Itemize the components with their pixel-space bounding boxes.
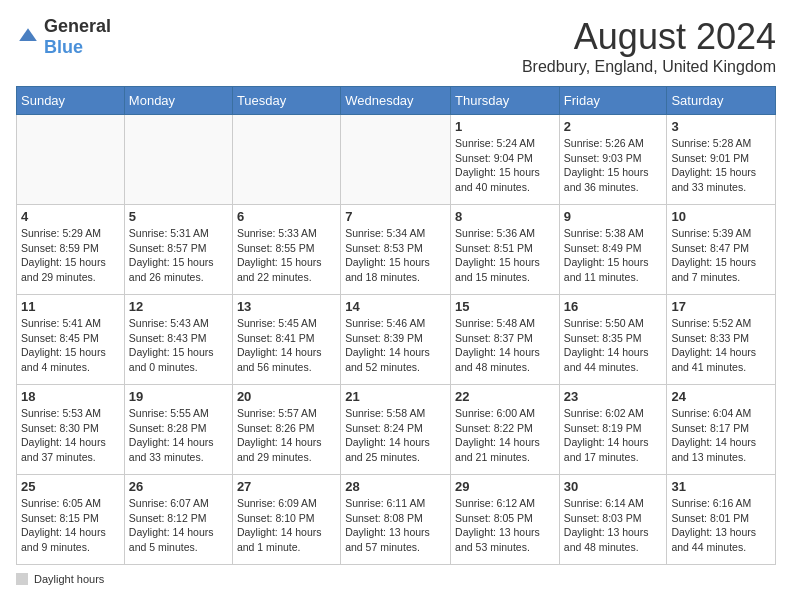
calendar-cell [124, 115, 232, 205]
day-number: 23 [564, 389, 663, 404]
logo-text-general: General [44, 16, 111, 36]
day-number: 31 [671, 479, 771, 494]
day-number: 29 [455, 479, 555, 494]
day-info: Sunrise: 6:11 AM Sunset: 8:08 PM Dayligh… [345, 496, 446, 555]
calendar-cell: 28Sunrise: 6:11 AM Sunset: 8:08 PM Dayli… [341, 475, 451, 565]
calendar-cell: 10Sunrise: 5:39 AM Sunset: 8:47 PM Dayli… [667, 205, 776, 295]
day-number: 24 [671, 389, 771, 404]
calendar-header-cell: Tuesday [232, 87, 340, 115]
calendar-cell: 7Sunrise: 5:34 AM Sunset: 8:53 PM Daylig… [341, 205, 451, 295]
calendar-cell: 13Sunrise: 5:45 AM Sunset: 8:41 PM Dayli… [232, 295, 340, 385]
calendar-cell: 27Sunrise: 6:09 AM Sunset: 8:10 PM Dayli… [232, 475, 340, 565]
calendar-cell: 20Sunrise: 5:57 AM Sunset: 8:26 PM Dayli… [232, 385, 340, 475]
logo-text-blue: Blue [44, 37, 83, 57]
calendar-header-row: SundayMondayTuesdayWednesdayThursdayFrid… [17, 87, 776, 115]
calendar-header-cell: Wednesday [341, 87, 451, 115]
logo-icon [16, 25, 40, 49]
day-info: Sunrise: 5:46 AM Sunset: 8:39 PM Dayligh… [345, 316, 446, 375]
day-number: 9 [564, 209, 663, 224]
calendar-cell: 1Sunrise: 5:24 AM Sunset: 9:04 PM Daylig… [451, 115, 560, 205]
day-number: 15 [455, 299, 555, 314]
calendar-cell: 15Sunrise: 5:48 AM Sunset: 8:37 PM Dayli… [451, 295, 560, 385]
day-info: Sunrise: 6:12 AM Sunset: 8:05 PM Dayligh… [455, 496, 555, 555]
day-info: Sunrise: 5:26 AM Sunset: 9:03 PM Dayligh… [564, 136, 663, 195]
day-info: Sunrise: 6:09 AM Sunset: 8:10 PM Dayligh… [237, 496, 336, 555]
day-info: Sunrise: 5:31 AM Sunset: 8:57 PM Dayligh… [129, 226, 228, 285]
title-area: August 2024 Bredbury, England, United Ki… [522, 16, 776, 76]
day-info: Sunrise: 6:16 AM Sunset: 8:01 PM Dayligh… [671, 496, 771, 555]
day-info: Sunrise: 6:02 AM Sunset: 8:19 PM Dayligh… [564, 406, 663, 465]
calendar-cell: 12Sunrise: 5:43 AM Sunset: 8:43 PM Dayli… [124, 295, 232, 385]
logo: General Blue [16, 16, 111, 58]
day-info: Sunrise: 6:05 AM Sunset: 8:15 PM Dayligh… [21, 496, 120, 555]
calendar-cell: 22Sunrise: 6:00 AM Sunset: 8:22 PM Dayli… [451, 385, 560, 475]
calendar-cell: 31Sunrise: 6:16 AM Sunset: 8:01 PM Dayli… [667, 475, 776, 565]
calendar-cell [17, 115, 125, 205]
daylight-label: Daylight hours [34, 573, 104, 585]
day-number: 16 [564, 299, 663, 314]
day-info: Sunrise: 5:24 AM Sunset: 9:04 PM Dayligh… [455, 136, 555, 195]
calendar-week-row: 4Sunrise: 5:29 AM Sunset: 8:59 PM Daylig… [17, 205, 776, 295]
day-info: Sunrise: 5:39 AM Sunset: 8:47 PM Dayligh… [671, 226, 771, 285]
calendar-cell: 23Sunrise: 6:02 AM Sunset: 8:19 PM Dayli… [559, 385, 667, 475]
calendar-cell: 25Sunrise: 6:05 AM Sunset: 8:15 PM Dayli… [17, 475, 125, 565]
svg-marker-0 [19, 28, 37, 41]
day-info: Sunrise: 5:58 AM Sunset: 8:24 PM Dayligh… [345, 406, 446, 465]
day-number: 6 [237, 209, 336, 224]
day-number: 27 [237, 479, 336, 494]
calendar-cell: 19Sunrise: 5:55 AM Sunset: 8:28 PM Dayli… [124, 385, 232, 475]
calendar-week-row: 18Sunrise: 5:53 AM Sunset: 8:30 PM Dayli… [17, 385, 776, 475]
day-number: 4 [21, 209, 120, 224]
day-number: 1 [455, 119, 555, 134]
day-info: Sunrise: 6:00 AM Sunset: 8:22 PM Dayligh… [455, 406, 555, 465]
day-number: 25 [21, 479, 120, 494]
calendar-cell: 8Sunrise: 5:36 AM Sunset: 8:51 PM Daylig… [451, 205, 560, 295]
calendar-cell: 17Sunrise: 5:52 AM Sunset: 8:33 PM Dayli… [667, 295, 776, 385]
day-number: 12 [129, 299, 228, 314]
calendar-cell: 5Sunrise: 5:31 AM Sunset: 8:57 PM Daylig… [124, 205, 232, 295]
day-info: Sunrise: 5:36 AM Sunset: 8:51 PM Dayligh… [455, 226, 555, 285]
day-number: 19 [129, 389, 228, 404]
calendar-cell: 16Sunrise: 5:50 AM Sunset: 8:35 PM Dayli… [559, 295, 667, 385]
page-header: General Blue August 2024 Bredbury, Engla… [16, 16, 776, 76]
calendar-cell: 11Sunrise: 5:41 AM Sunset: 8:45 PM Dayli… [17, 295, 125, 385]
day-info: Sunrise: 5:33 AM Sunset: 8:55 PM Dayligh… [237, 226, 336, 285]
calendar-week-row: 11Sunrise: 5:41 AM Sunset: 8:45 PM Dayli… [17, 295, 776, 385]
day-info: Sunrise: 5:52 AM Sunset: 8:33 PM Dayligh… [671, 316, 771, 375]
calendar-header-cell: Monday [124, 87, 232, 115]
calendar-header-cell: Saturday [667, 87, 776, 115]
day-number: 10 [671, 209, 771, 224]
day-number: 30 [564, 479, 663, 494]
day-info: Sunrise: 6:07 AM Sunset: 8:12 PM Dayligh… [129, 496, 228, 555]
footer-note: Daylight hours [16, 573, 776, 585]
calendar-header-cell: Thursday [451, 87, 560, 115]
calendar-cell: 21Sunrise: 5:58 AM Sunset: 8:24 PM Dayli… [341, 385, 451, 475]
calendar-week-row: 1Sunrise: 5:24 AM Sunset: 9:04 PM Daylig… [17, 115, 776, 205]
calendar-cell: 30Sunrise: 6:14 AM Sunset: 8:03 PM Dayli… [559, 475, 667, 565]
calendar-week-row: 25Sunrise: 6:05 AM Sunset: 8:15 PM Dayli… [17, 475, 776, 565]
day-number: 18 [21, 389, 120, 404]
calendar-cell: 18Sunrise: 5:53 AM Sunset: 8:30 PM Dayli… [17, 385, 125, 475]
day-info: Sunrise: 5:29 AM Sunset: 8:59 PM Dayligh… [21, 226, 120, 285]
calendar-cell [341, 115, 451, 205]
location-title: Bredbury, England, United Kingdom [522, 58, 776, 76]
day-info: Sunrise: 5:38 AM Sunset: 8:49 PM Dayligh… [564, 226, 663, 285]
day-info: Sunrise: 5:55 AM Sunset: 8:28 PM Dayligh… [129, 406, 228, 465]
calendar-body: 1Sunrise: 5:24 AM Sunset: 9:04 PM Daylig… [17, 115, 776, 565]
month-title: August 2024 [522, 16, 776, 58]
calendar-header-cell: Sunday [17, 87, 125, 115]
calendar-header-cell: Friday [559, 87, 667, 115]
calendar-cell: 14Sunrise: 5:46 AM Sunset: 8:39 PM Dayli… [341, 295, 451, 385]
day-info: Sunrise: 6:14 AM Sunset: 8:03 PM Dayligh… [564, 496, 663, 555]
day-info: Sunrise: 5:41 AM Sunset: 8:45 PM Dayligh… [21, 316, 120, 375]
day-info: Sunrise: 5:53 AM Sunset: 8:30 PM Dayligh… [21, 406, 120, 465]
day-info: Sunrise: 5:48 AM Sunset: 8:37 PM Dayligh… [455, 316, 555, 375]
day-info: Sunrise: 6:04 AM Sunset: 8:17 PM Dayligh… [671, 406, 771, 465]
day-info: Sunrise: 5:28 AM Sunset: 9:01 PM Dayligh… [671, 136, 771, 195]
calendar-cell: 4Sunrise: 5:29 AM Sunset: 8:59 PM Daylig… [17, 205, 125, 295]
calendar-cell: 24Sunrise: 6:04 AM Sunset: 8:17 PM Dayli… [667, 385, 776, 475]
calendar-cell: 3Sunrise: 5:28 AM Sunset: 9:01 PM Daylig… [667, 115, 776, 205]
calendar-table: SundayMondayTuesdayWednesdayThursdayFrid… [16, 86, 776, 565]
day-number: 2 [564, 119, 663, 134]
day-number: 17 [671, 299, 771, 314]
